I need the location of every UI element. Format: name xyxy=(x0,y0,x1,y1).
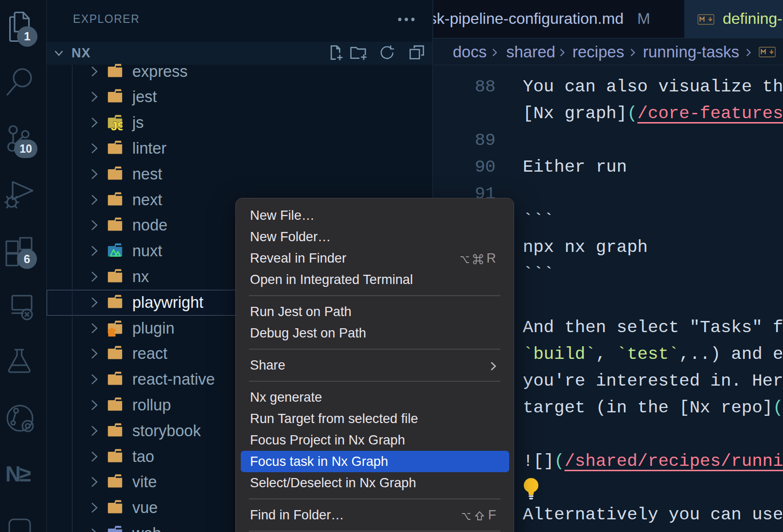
svg-text:JS: JS xyxy=(111,120,123,132)
